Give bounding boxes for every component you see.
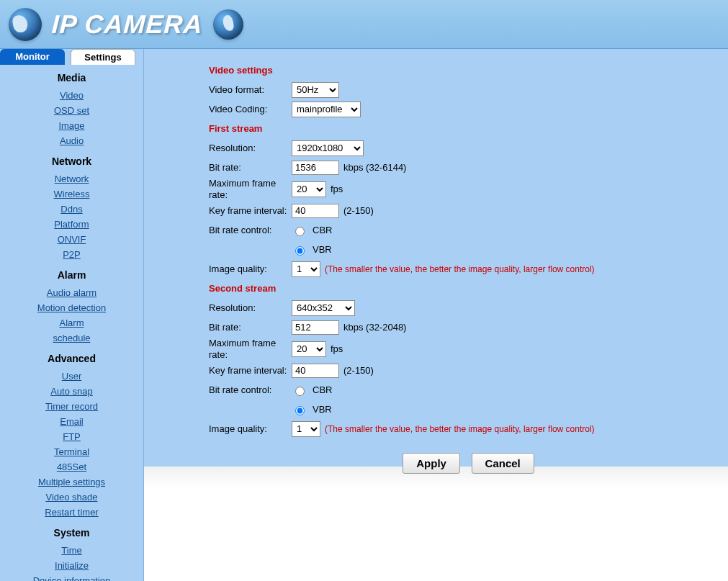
label-resolution: Resolution: — [209, 302, 292, 314]
select-first-image-quality[interactable]: 1 — [292, 261, 320, 277]
label-key-frame-interval: Key frame interval: — [209, 205, 292, 217]
unit-first-bitrate: kbps (32-6144) — [343, 162, 406, 173]
content: Video settings Video format: 50Hz Video … — [144, 49, 728, 581]
select-first-max-frame[interactable]: 20 — [292, 181, 326, 197]
sidebar-section-media: Media — [0, 65, 143, 88]
section-first-stream: First stream — [209, 119, 728, 138]
label-max-frame-rate: Maximum frame rate: — [209, 338, 292, 360]
sidebar-item-email[interactable]: Email — [0, 414, 143, 429]
select-second-resolution[interactable]: 640x352 — [292, 300, 355, 316]
globe-icon — [9, 8, 42, 41]
globe-icon — [213, 9, 243, 40]
label-cbr: CBR — [313, 384, 332, 395]
label-bitrate: Bit rate: — [209, 162, 292, 174]
sidebar-item-video-shade[interactable]: Video shade — [0, 490, 143, 505]
hint-image-quality: (The smaller the value, the better the i… — [325, 424, 595, 434]
sidebar-item-network[interactable]: Network — [0, 171, 143, 186]
sidebar-section-system: System — [0, 520, 143, 543]
tab-settings[interactable]: Settings — [71, 49, 135, 65]
label-max-frame-rate: Maximum frame rate: — [209, 178, 292, 200]
sidebar-item-onvif[interactable]: ONVIF — [0, 232, 143, 247]
sidebar-item-terminal[interactable]: Terminal — [0, 444, 143, 459]
tab-bar: Monitor Settings — [0, 49, 143, 65]
select-first-resolution[interactable]: 1920x1080 — [292, 140, 364, 156]
input-second-key-frame[interactable] — [292, 364, 339, 378]
tab-monitor[interactable]: Monitor — [0, 49, 65, 65]
sidebar-section-alarm: Alarm — [0, 262, 143, 285]
unit-second-bitrate: kbps (32-2048) — [343, 322, 406, 333]
label-bitrate-control: Bit rate control: — [209, 225, 292, 236]
label-cbr: CBR — [313, 225, 332, 235]
label-image-quality: Image quality: — [209, 423, 292, 435]
unit-fps: fps — [331, 343, 343, 354]
label-video-coding: Video Coding: — [209, 104, 292, 115]
hint-key-frame-range: (2-150) — [343, 205, 374, 216]
sidebar-item-user[interactable]: User — [0, 369, 143, 384]
radio-second-cbr[interactable] — [295, 387, 305, 396]
sidebar-item-time[interactable]: Time — [0, 543, 143, 558]
sidebar-item-ftp[interactable]: FTP — [0, 429, 143, 444]
select-video-coding[interactable]: mainprofile — [292, 102, 361, 117]
label-bitrate-control: Bit rate control: — [209, 384, 292, 396]
sidebar-item-image[interactable]: Image — [0, 118, 143, 133]
sidebar-item-p2p[interactable]: P2P — [0, 247, 143, 262]
sidebar-item-video[interactable]: Video — [0, 88, 143, 103]
section-video-settings: Video settings — [209, 60, 728, 80]
label-vbr: VBR — [313, 244, 332, 255]
sidebar-section-advanced: Advanced — [0, 346, 143, 369]
label-resolution: Resolution: — [209, 143, 292, 154]
sidebar-section-network: Network — [0, 148, 143, 171]
label-bitrate: Bit rate: — [209, 322, 292, 333]
sidebar-item-timer-record[interactable]: Timer record — [0, 399, 143, 414]
radio-second-vbr[interactable] — [295, 406, 305, 415]
header: IP CAMERA — [0, 0, 728, 49]
select-video-format[interactable]: 50Hz — [292, 82, 339, 98]
select-second-max-frame[interactable]: 20 — [292, 341, 326, 357]
sidebar-item-485set[interactable]: 485Set — [0, 459, 143, 474]
radio-first-cbr[interactable] — [295, 227, 305, 236]
sidebar-item-restart-timer[interactable]: Restart timer — [0, 505, 143, 520]
sidebar-item-audio-alarm[interactable]: Audio alarm — [0, 285, 143, 300]
hint-image-quality: (The smaller the value, the better the i… — [325, 264, 595, 274]
sidebar-item-multiple-settings[interactable]: Multiple settings — [0, 474, 143, 490]
apply-button[interactable]: Apply — [403, 453, 460, 474]
sidebar: Monitor Settings Media Video OSD set Ima… — [0, 49, 144, 581]
page: IP CAMERA Monitor Settings Media Video O… — [0, 0, 728, 581]
label-video-format: Video format: — [209, 84, 292, 96]
radio-first-vbr[interactable] — [295, 246, 305, 256]
label-vbr: VBR — [313, 404, 332, 415]
select-second-image-quality[interactable]: 1 — [292, 421, 320, 437]
input-second-bitrate[interactable] — [292, 320, 339, 335]
sidebar-item-initialize[interactable]: Initialize — [0, 558, 143, 573]
sidebar-item-device-information[interactable]: Device information — [0, 573, 143, 581]
unit-fps: fps — [331, 184, 343, 194]
input-first-key-frame[interactable] — [292, 204, 339, 218]
sidebar-item-audio[interactable]: Audio — [0, 133, 143, 148]
hint-key-frame-range: (2-150) — [343, 365, 374, 376]
sidebar-item-wireless[interactable]: Wireless — [0, 186, 143, 202]
sidebar-item-alarm[interactable]: Alarm — [0, 315, 143, 330]
sidebar-item-auto-snap[interactable]: Auto snap — [0, 384, 143, 399]
sidebar-item-platform[interactable]: Platform — [0, 217, 143, 232]
label-image-quality: Image quality: — [209, 264, 292, 275]
sidebar-item-osd-set[interactable]: OSD set — [0, 103, 143, 118]
sidebar-item-ddns[interactable]: Ddns — [0, 202, 143, 217]
logo-text: IP CAMERA — [51, 9, 204, 40]
input-first-bitrate[interactable] — [292, 161, 339, 175]
section-second-stream: Second stream — [209, 279, 728, 298]
sidebar-item-schedule[interactable]: schedule — [0, 330, 143, 346]
cancel-button[interactable]: Cancel — [472, 453, 534, 474]
sidebar-item-motion-detection[interactable]: Motion detection — [0, 300, 143, 315]
label-key-frame-interval: Key frame interval: — [209, 365, 292, 377]
